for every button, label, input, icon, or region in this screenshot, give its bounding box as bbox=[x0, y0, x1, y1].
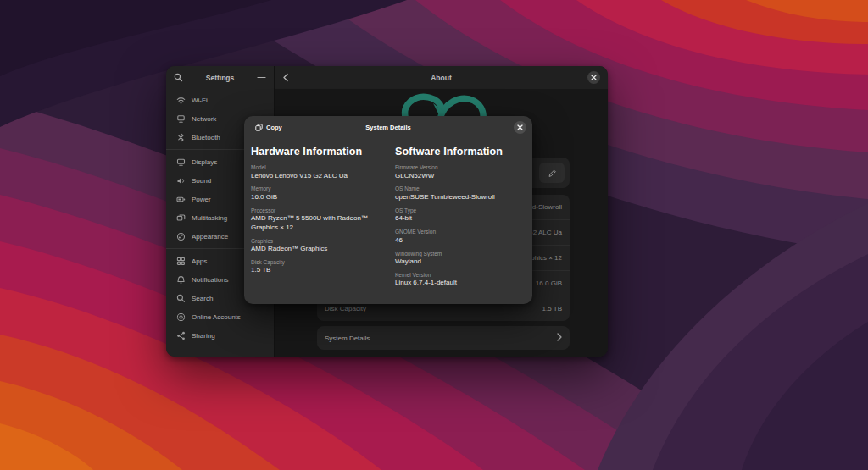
online-accounts-icon bbox=[176, 312, 186, 322]
sidebar-item-label: Power bbox=[192, 196, 211, 203]
sidebar-item-label: Wi-Fi bbox=[192, 97, 208, 104]
field-value: Linux 6.7.4-1-default bbox=[395, 279, 526, 287]
sound-icon bbox=[176, 176, 186, 185]
edit-icon bbox=[548, 169, 557, 178]
software-heading: Software Information bbox=[395, 146, 526, 158]
sidebar-item-label: Displays bbox=[192, 158, 217, 166]
sidebar-headerbar: Settings bbox=[166, 66, 274, 89]
search-icon[interactable] bbox=[174, 73, 183, 82]
power-icon bbox=[176, 195, 186, 204]
sidebar-item-wifi[interactable]: Wi-Fi bbox=[170, 91, 270, 109]
menu-icon[interactable] bbox=[257, 74, 266, 81]
sidebar-item-sharing[interactable]: Sharing bbox=[170, 326, 270, 345]
dialog-close-icon[interactable] bbox=[514, 121, 526, 134]
sidebar-item-label: Network bbox=[192, 115, 216, 123]
chevron-right-icon bbox=[557, 333, 562, 343]
content-headerbar: About bbox=[275, 66, 608, 89]
back-icon[interactable] bbox=[282, 73, 289, 82]
page-title: About bbox=[309, 74, 574, 82]
field-value: Wayland bbox=[395, 257, 526, 266]
sidebar-item-label: Online Accounts bbox=[192, 313, 241, 321]
hardware-column: Hardware Information ModelLenovo Lenovo … bbox=[251, 141, 381, 293]
field-value: AMD Radeon™ Graphics bbox=[251, 245, 381, 253]
field-label: Firmware Version bbox=[395, 164, 526, 170]
dialog-headerbar: System Details Copy bbox=[244, 116, 532, 138]
dialog-body: Hardware Information ModelLenovo Lenovo … bbox=[244, 138, 532, 293]
window-close-icon[interactable] bbox=[587, 71, 600, 84]
system-details-row[interactable]: System Details bbox=[317, 326, 570, 350]
field-label: Windowing System bbox=[395, 251, 526, 257]
field-label: OS Name bbox=[395, 185, 526, 191]
field-label: Graphics bbox=[251, 238, 381, 244]
sidebar-item-label: Multitasking bbox=[192, 214, 227, 222]
network-icon bbox=[176, 114, 186, 124]
field-label: OS Type bbox=[395, 207, 526, 213]
field-value: 16.0 GiB bbox=[251, 193, 381, 202]
apps-icon bbox=[176, 257, 186, 266]
field-value: 1.5 TB bbox=[251, 266, 381, 274]
field-label: Disk Capacity bbox=[251, 259, 381, 265]
wifi-icon bbox=[176, 96, 186, 105]
multitasking-icon bbox=[176, 213, 186, 223]
sidebar-item-label: Appearance bbox=[192, 233, 228, 241]
copy-button-label: Copy bbox=[266, 124, 282, 131]
sidebar-item-label: Apps bbox=[192, 257, 207, 265]
sidebar-item-label: Bluetooth bbox=[192, 134, 220, 141]
search-icon bbox=[176, 294, 186, 303]
field-label: GNOME Version bbox=[395, 229, 526, 235]
field-value: GLCN52WW bbox=[395, 172, 526, 180]
field-value: 46 bbox=[395, 236, 526, 245]
field-label: Kernel Version bbox=[395, 272, 526, 278]
field-label: Model bbox=[251, 164, 381, 170]
displays-icon bbox=[176, 158, 186, 167]
sidebar-item-label: Sharing bbox=[192, 332, 215, 340]
field-value: AMD Ryzen™ 5 5500U with Radeon™ Graphics… bbox=[251, 214, 381, 232]
software-column: Software Information Firmware VersionGLC… bbox=[395, 141, 526, 293]
edit-device-name-button[interactable] bbox=[539, 163, 565, 183]
field-label: Memory bbox=[251, 185, 381, 191]
bluetooth-icon bbox=[176, 133, 186, 142]
field-value: Lenovo Lenovo V15 G2 ALC Ua bbox=[251, 172, 381, 180]
field-value: 64-bit bbox=[395, 214, 526, 223]
sidebar-item-online-accounts[interactable]: Online Accounts bbox=[170, 307, 270, 326]
sidebar-title: Settings bbox=[187, 74, 253, 82]
system-details-label: System Details bbox=[325, 335, 370, 342]
sidebar-item-label: Search bbox=[192, 295, 213, 302]
copy-button[interactable]: Copy bbox=[250, 121, 287, 134]
field-label: Processor bbox=[251, 207, 381, 213]
copy-icon bbox=[255, 124, 263, 131]
hardware-heading: Hardware Information bbox=[251, 146, 381, 158]
appearance-icon bbox=[176, 232, 186, 241]
sidebar-item-label: Sound bbox=[192, 177, 211, 185]
system-details-dialog: System Details Copy Hardware Information… bbox=[244, 116, 532, 304]
field-value: openSUSE Tumbleweed-Slowroll bbox=[395, 193, 526, 202]
dialog-title: System Details bbox=[295, 124, 481, 131]
sidebar-item-label: Notifications bbox=[192, 276, 229, 284]
notifications-icon bbox=[176, 275, 186, 285]
sharing-icon bbox=[176, 331, 186, 340]
